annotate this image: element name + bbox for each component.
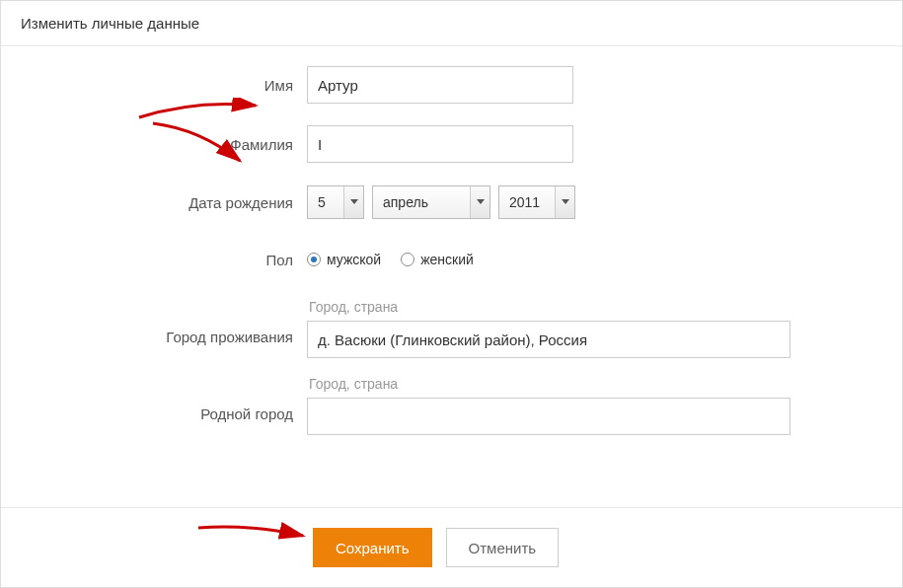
helper-hometown: Город, страна xyxy=(307,376,902,392)
label-hometown: Родной город xyxy=(1,376,307,422)
chevron-down-icon xyxy=(470,186,489,218)
chevron-down-icon xyxy=(343,186,363,218)
row-gender: Пол мужской женский xyxy=(1,242,902,277)
row-last-name: Фамилия xyxy=(1,125,902,163)
gender-female-label: женский xyxy=(420,252,474,267)
gender-female-radio[interactable]: женский xyxy=(401,252,474,267)
dialog-title: Изменить личные данные xyxy=(1,1,902,46)
gender-male-label: мужской xyxy=(327,252,381,267)
form-body: Имя Фамилия Дата рождения 5 апрель xyxy=(1,46,902,435)
birth-year-select[interactable]: 2011 xyxy=(498,185,575,219)
label-gender: Пол xyxy=(1,252,307,268)
cancel-button[interactable]: Отменить xyxy=(446,528,560,567)
row-hometown: Родной город Город, страна xyxy=(1,376,902,435)
city-residence-input[interactable] xyxy=(307,321,790,358)
row-birth-date: Дата рождения 5 апрель 2011 xyxy=(1,184,902,220)
save-button[interactable]: Сохранить xyxy=(313,528,432,567)
birth-month-select[interactable]: апрель xyxy=(372,185,490,219)
label-last-name: Фамилия xyxy=(1,136,307,153)
label-birth-date: Дата рождения xyxy=(1,194,307,211)
label-city-residence: Город проживания xyxy=(1,299,307,345)
edit-personal-data-dialog: Изменить личные данные Имя Фамилия Дата … xyxy=(0,0,903,588)
birth-month-value: апрель xyxy=(373,194,436,210)
radio-icon xyxy=(401,253,414,266)
birth-day-select[interactable]: 5 xyxy=(307,185,364,219)
radio-icon xyxy=(307,253,321,266)
first-name-input[interactable] xyxy=(307,66,573,104)
label-first-name: Имя xyxy=(1,77,307,94)
last-name-input[interactable] xyxy=(307,125,573,163)
birth-day-value: 5 xyxy=(308,194,334,210)
row-city-residence: Город проживания Город, страна xyxy=(1,299,902,358)
birth-year-value: 2011 xyxy=(499,194,548,210)
hometown-input[interactable] xyxy=(307,398,790,435)
helper-city-residence: Город, страна xyxy=(307,299,902,315)
row-first-name: Имя xyxy=(1,66,902,104)
chevron-down-icon xyxy=(555,186,574,218)
gender-male-radio[interactable]: мужской xyxy=(307,252,381,267)
dialog-footer: Сохранить Отменить xyxy=(1,507,902,587)
